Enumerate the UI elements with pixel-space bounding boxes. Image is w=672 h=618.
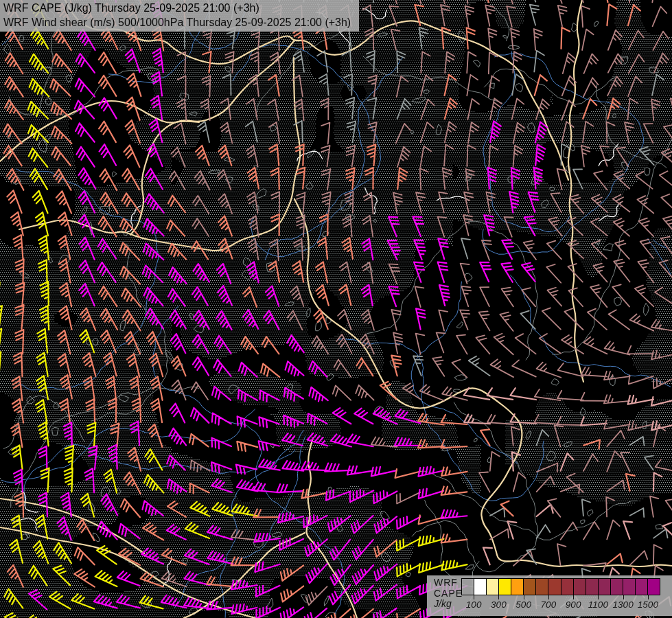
legend-cell [635,579,647,595]
wrf-weather-map: WRF CAPE (J/kg) Thursday 25-09-2025 21:0… [0,0,672,618]
legend-cell [647,579,660,595]
legend-cell [486,579,498,595]
legend-colorbar [461,578,660,595]
legend-cell [598,579,610,595]
legend-tick-label: 1100 [588,599,608,610]
legend-tick-label: 100 [466,599,482,610]
legend-cell [573,579,586,595]
legend-tick-label: 900 [566,599,581,610]
legend-tick-label: 300 [491,599,507,610]
legend-cell [511,579,523,595]
legend-model-label: WRF [434,577,463,588]
legend-tick-label: 1500 [638,599,658,610]
legend-parameter-label: CAPE [434,588,463,599]
cape-legend: WRF CAPE J/kg 10030050070090011001300150… [427,575,672,616]
wind-barb-map-canvas [0,0,672,618]
legend-cell [535,579,548,595]
legend-tick-label: 700 [541,599,557,610]
title-line-cape: WRF CAPE (J/kg) Thursday 25-09-2025 21:0… [3,1,351,15]
map-title-overlay: WRF CAPE (J/kg) Thursday 25-09-2025 21:0… [0,0,359,32]
title-line-windshear: WRF Wind shear (m/s) 500/1000hPa Thursda… [3,15,351,30]
legend-cell [462,579,474,595]
legend-labels: WRF CAPE J/kg [434,577,463,610]
legend-tick-label: 500 [515,599,531,610]
legend-cell [474,579,486,595]
legend-tick-label: 1300 [613,599,634,610]
legend-cell [561,579,573,595]
legend-unit-label: J/kg [434,599,463,610]
legend-cell [610,579,623,595]
legend-cell [498,579,511,595]
legend-cell [623,579,635,595]
legend-cell [523,579,535,595]
legend-cell [586,579,598,595]
legend-cell [548,579,560,595]
